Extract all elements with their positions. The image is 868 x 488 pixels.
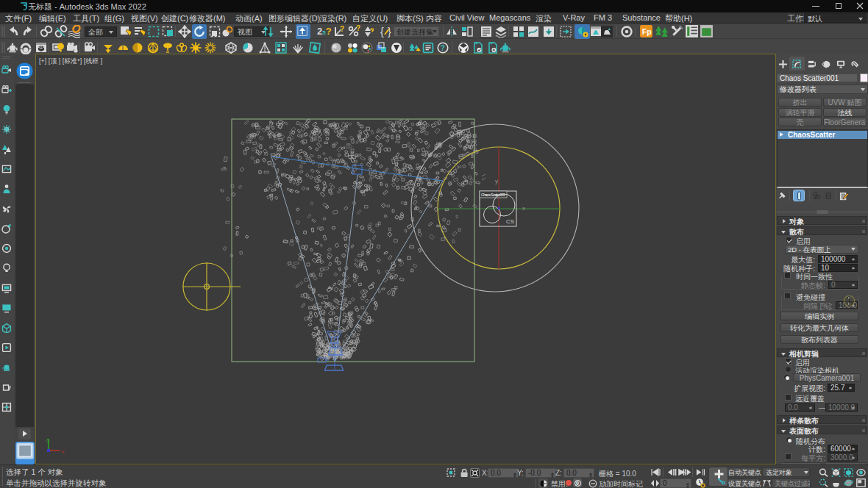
svg-text:?: ? xyxy=(356,25,360,32)
svg-text:x: x xyxy=(522,205,525,212)
svg-text:y: y xyxy=(495,178,498,184)
svg-text:CS: CS xyxy=(506,218,514,225)
svg-text:Fp: Fp xyxy=(642,27,652,36)
svg-text:}: } xyxy=(388,26,391,37)
svg-text:Chaos Scatter001: Chaos Scatter001 xyxy=(481,193,505,197)
svg-text:?: ? xyxy=(441,44,445,52)
svg-text:{: { xyxy=(380,26,384,37)
svg-text:?: ? xyxy=(340,25,344,33)
svg-text:x: x xyxy=(62,449,65,454)
